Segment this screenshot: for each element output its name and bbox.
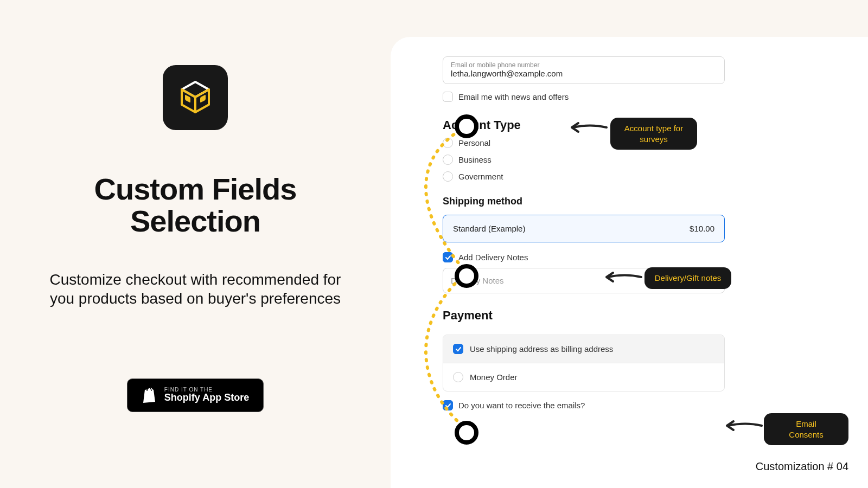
callout-delivery-notes: Delivery/Gift notes — [644, 267, 731, 289]
money-order-row[interactable]: Money Order — [443, 363, 724, 391]
callout-anchor-icon — [455, 421, 478, 445]
email-value: letha.langworth@example.com — [451, 69, 717, 78]
page-description: Customize checkout with recommended for … — [38, 270, 353, 308]
news-optin-row[interactable]: Email me with news and offers — [443, 92, 816, 102]
radio-label: Personal — [458, 138, 490, 147]
radio-government[interactable]: Government — [443, 171, 816, 182]
email-label: Email or mobile phone number — [451, 61, 717, 69]
footer-tag: Customization # 04 — [756, 460, 848, 473]
shopify-app-store-badge[interactable]: FIND IT ON THE Shopify App Store — [127, 378, 264, 412]
radio-label: Business — [458, 155, 492, 164]
money-order-label: Money Order — [470, 373, 518, 382]
add-notes-row[interactable]: Add Delivery Notes — [443, 252, 816, 262]
add-notes-label: Add Delivery Notes — [458, 253, 528, 262]
radio-icon — [443, 155, 453, 165]
app-logo — [163, 65, 228, 130]
arrow-icon — [603, 270, 642, 284]
callout-email-consents: EmailConsents — [764, 413, 848, 445]
callout-account-type: Account type for surveys — [610, 118, 697, 150]
checkbox-checked-icon — [443, 400, 453, 410]
checkbox-checked-icon — [443, 252, 453, 262]
svg-rect-0 — [185, 94, 190, 102]
page-title: Custom FieldsSelection — [94, 174, 297, 237]
svg-rect-1 — [200, 94, 206, 102]
radio-icon — [453, 372, 463, 382]
shipping-name: Standard (Example) — [453, 224, 525, 233]
arrow-icon — [569, 120, 608, 134]
callout-anchor-icon — [455, 264, 478, 288]
arrow-icon — [724, 419, 763, 433]
billing-same-label: Use shipping address as billing address — [470, 344, 613, 354]
email-field[interactable]: Email or mobile phone number letha.langw… — [443, 56, 725, 84]
payment-heading: Payment — [443, 309, 816, 323]
radio-icon — [443, 138, 453, 148]
cube-icon — [176, 79, 214, 117]
shopify-bag-icon — [142, 387, 157, 404]
badge-big: Shopify App Store — [164, 393, 249, 403]
callout-anchor-icon — [455, 114, 478, 138]
emails-optin-label: Do you want to receive the emails? — [458, 401, 585, 410]
emails-optin-row[interactable]: Do you want to receive the emails? — [443, 400, 816, 410]
news-optin-label: Email me with news and offers — [458, 92, 569, 101]
radio-icon — [443, 171, 453, 182]
shipping-heading: Shipping method — [443, 196, 816, 207]
shipping-option[interactable]: Standard (Example) $10.00 — [443, 215, 725, 242]
billing-same-row[interactable]: Use shipping address as billing address — [443, 335, 724, 363]
checkbox-unchecked-icon — [443, 92, 453, 102]
radio-business[interactable]: Business — [443, 155, 816, 165]
checkbox-checked-icon — [453, 344, 463, 354]
radio-label: Government — [458, 172, 503, 181]
shipping-price: $10.00 — [690, 224, 714, 233]
